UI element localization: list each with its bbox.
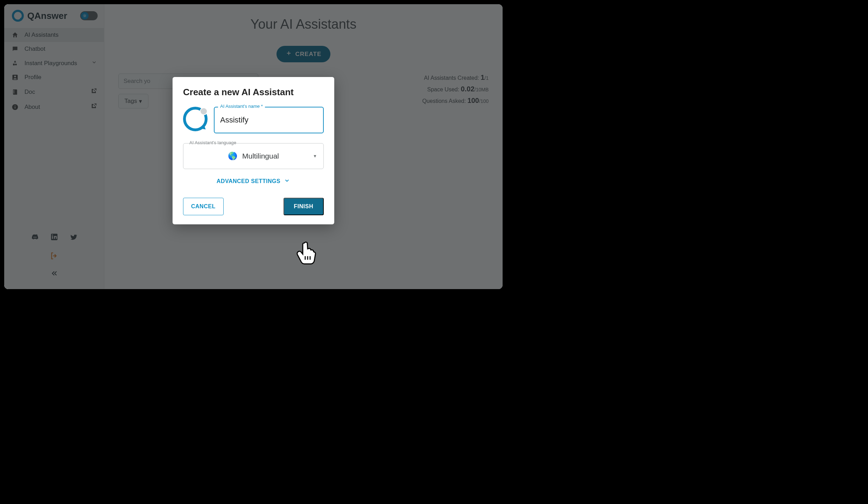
language-field-wrap: AI Assistant's language 🌎 Multilingual ▼	[183, 143, 324, 169]
modal-title: Create a new AI Assistant	[183, 87, 324, 98]
cancel-button[interactable]: CANCEL	[183, 198, 224, 215]
assistant-avatar[interactable]	[183, 107, 208, 131]
caret-down-icon: ▼	[313, 154, 317, 159]
advanced-settings-toggle[interactable]: ADVANCED SETTINGS	[183, 177, 324, 185]
chevron-down-icon	[284, 177, 290, 185]
modal-overlay[interactable]: Create a new AI Assistant AI Assistant's…	[4, 4, 503, 289]
app-window: QAnswer AI Assistants Chatbot Instant Pl…	[0, 0, 507, 293]
modal-actions: CANCEL FINISH	[183, 198, 324, 215]
name-field-label: AI Assistant's name *	[218, 104, 265, 109]
required-mark: *	[261, 104, 263, 109]
assistant-name-input[interactable]	[214, 107, 324, 133]
cursor-hand-icon	[295, 239, 319, 269]
edit-avatar-icon[interactable]	[200, 107, 208, 115]
name-row: AI Assistant's name *	[183, 107, 324, 133]
finish-button[interactable]: FINISH	[284, 198, 324, 215]
language-select[interactable]: 🌎 Multilingual ▼	[183, 143, 324, 169]
name-label-text: AI Assistant's name	[220, 104, 260, 109]
name-field-wrap: AI Assistant's name *	[214, 107, 324, 133]
globe-icon: 🌎	[228, 152, 237, 161]
advanced-settings-label: ADVANCED SETTINGS	[217, 178, 280, 184]
language-value: Multilingual	[242, 152, 279, 160]
create-assistant-modal: Create a new AI Assistant AI Assistant's…	[173, 77, 334, 224]
